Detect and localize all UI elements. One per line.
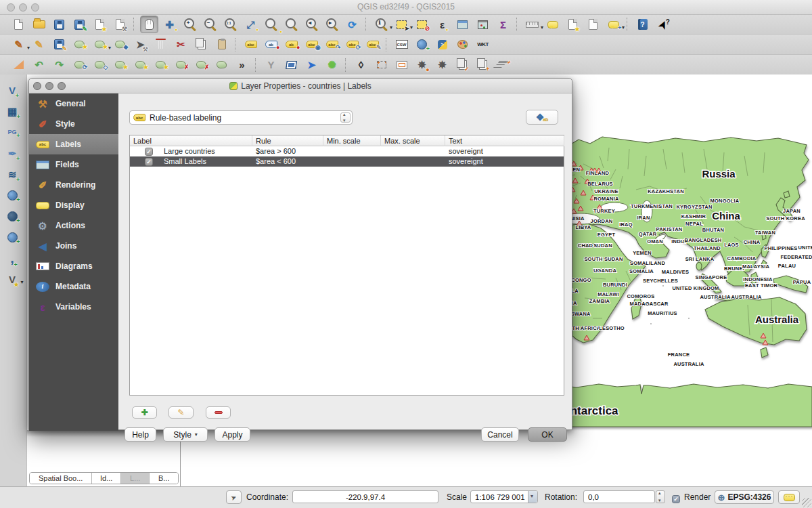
save-project-button[interactable] (50, 16, 68, 33)
zoom-in-button[interactable]: + (181, 16, 199, 33)
add-vector-layer-button[interactable]: V+ (3, 81, 22, 99)
table-row[interactable]: ✓Large countries$area > 600sovereignt (130, 146, 564, 156)
add-mssql-layer-button[interactable]: ≋+ (3, 165, 22, 183)
style-manager-button[interactable] (453, 36, 472, 54)
label-show-hide-button[interactable]: abc◉ (302, 36, 321, 54)
label-toolbar-button[interactable]: abc (242, 36, 260, 54)
resize-grip[interactable] (802, 498, 811, 507)
rotation-input[interactable]: 0,0 (583, 490, 655, 503)
add-raster-layer-button[interactable]: ▦+ (3, 102, 22, 120)
cancel-button[interactable]: Cancel (481, 427, 519, 442)
edit-rule-button[interactable]: ✎ (168, 406, 194, 419)
node-tool-button[interactable]: ➤⚒ (131, 36, 150, 54)
zoom-last-button[interactable]: ◂ (302, 16, 321, 33)
zoom-to-layer-button[interactable] (282, 16, 300, 33)
panel-tab-2[interactable]: L... (121, 473, 150, 484)
pan-map-button[interactable] (140, 16, 158, 33)
style-doc-check-button[interactable]: ✓ (453, 56, 472, 74)
automated-placement-button[interactable]: ❖ ab (526, 110, 558, 125)
style-menu-button[interactable]: Style▾ (163, 427, 208, 442)
apply-button[interactable]: Apply (215, 427, 250, 442)
select-by-expression-button[interactable]: ε▪ (433, 16, 451, 33)
chevron-down-icon[interactable] (528, 491, 537, 503)
save-layer-edits-button[interactable]: ✎ (50, 36, 68, 54)
frame-tool-button[interactable] (392, 56, 411, 74)
add-delimited-text-button[interactable]: ,+ (3, 249, 22, 267)
reshape-features-button[interactable] (212, 56, 231, 74)
panel-tab-1[interactable]: Id... (92, 473, 121, 484)
new-bookmark-button[interactable]: ★ (564, 16, 582, 33)
toggle-editing-button[interactable]: ✎ (30, 36, 48, 54)
dialog-titlebar[interactable]: Layer Properties - countries | Labels (29, 79, 572, 93)
select-extent-button[interactable] (372, 56, 390, 74)
field-calculator-button[interactable] (474, 16, 492, 33)
show-bookmarks-button[interactable] (584, 16, 602, 33)
open-project-button[interactable] (30, 16, 48, 33)
web-service-add-button[interactable]: + (413, 36, 431, 54)
sidebar-item-fields[interactable]: Fields (29, 154, 118, 175)
column-header-label[interactable]: Label (130, 135, 252, 146)
processing-sparkle-button[interactable]: ✺ (323, 56, 341, 74)
add-spatialite-layer-button[interactable]: ✒+ (3, 144, 22, 162)
current-edits-button[interactable]: ✎▾ (9, 36, 28, 54)
whats-this-button[interactable]: ➤? (654, 16, 672, 33)
sidebar-item-diagrams[interactable]: Diagrams (29, 256, 118, 276)
move-feature-button[interactable]: ◆ (111, 36, 129, 54)
sidebar-item-style[interactable]: ✐Style (29, 114, 118, 134)
add-rule-button[interactable]: ✚ (132, 406, 157, 419)
sidebar-item-general[interactable]: ⚒General (29, 93, 118, 114)
wand-create-button[interactable]: ✵ (433, 56, 451, 74)
split-features-button[interactable]: Y (262, 56, 280, 74)
identify-features-button[interactable]: ℹ▾ (372, 16, 390, 33)
zoom-out-button[interactable]: − (201, 16, 219, 33)
help-contents-button[interactable]: ? (633, 16, 652, 33)
sidebar-item-variables[interactable]: εVariables (29, 297, 118, 317)
deselect-features-button[interactable]: ⊘ (413, 16, 431, 33)
label-move-button[interactable]: abc↷ (323, 36, 341, 54)
label-pin-unpin-button[interactable]: ab● (262, 36, 280, 54)
cad-tools-button[interactable] (9, 56, 28, 74)
sidebar-item-actions[interactable]: ⚙Actions (29, 215, 118, 236)
map-tips-button[interactable] (543, 16, 562, 33)
ok-button[interactable]: OK (528, 427, 567, 442)
layers-add-button[interactable]: + (494, 56, 512, 74)
refresh-button[interactable]: ⟳ (343, 16, 361, 33)
column-header-text[interactable]: Text (445, 135, 564, 146)
column-header-max-scale[interactable]: Max. scale (381, 135, 445, 146)
zoom-native-button[interactable]: 1:1 (221, 16, 240, 33)
sidebar-item-rendering[interactable]: ✐Rendering (29, 175, 118, 195)
copy-features-button[interactable] (192, 36, 210, 54)
label-properties-button[interactable]: abc✎ (363, 36, 382, 54)
add-wms-layer-button[interactable]: + (3, 186, 22, 204)
rule-table[interactable]: LabelRuleMin. scaleMax. scaleText ✓Large… (129, 135, 564, 396)
sidebar-item-display[interactable]: Display (29, 195, 118, 215)
zoom-next-button[interactable]: ▸ (323, 16, 341, 33)
remove-rule-button[interactable] (206, 406, 231, 419)
column-header-min-scale[interactable]: Min. scale (323, 135, 381, 146)
sidebar-item-metadata[interactable]: Metadata (29, 276, 118, 297)
zoom-full-button[interactable]: ⤢▪ (242, 16, 260, 33)
cut-features-button[interactable]: ✂ (172, 36, 190, 54)
python-console-button[interactable]: > (433, 36, 451, 54)
sidebar-item-joins[interactable]: ◀Joins (29, 236, 118, 256)
plugin-rocket-button[interactable]: ➤ (302, 56, 321, 74)
paste-features-button[interactable] (212, 36, 231, 54)
undo-button[interactable]: ↶ (30, 56, 48, 74)
label-pin-button[interactable]: ab● (282, 36, 300, 54)
add-wfs-layer-button[interactable]: + (3, 228, 22, 246)
toolbar-overflow-button[interactable]: » (233, 56, 251, 74)
rotation-stepper[interactable] (656, 490, 665, 503)
label-rotate-button[interactable]: abc⟳ (343, 36, 361, 54)
column-header-rule[interactable]: Rule (252, 135, 323, 146)
new-project-button[interactable] (9, 16, 28, 33)
delete-ring-button[interactable]: ✗ (172, 56, 190, 74)
panel-tab-0[interactable]: Spatial Boo... (30, 473, 92, 484)
zoom-to-selection-button[interactable]: ▪ (262, 16, 280, 33)
curve-digitize-button[interactable]: ★▾ (91, 36, 109, 54)
panel-tab-3[interactable]: B... (150, 473, 178, 484)
help-button[interactable]: Help (125, 427, 156, 442)
statistics-button[interactable]: Σ (494, 16, 512, 33)
rotate-feature-button[interactable]: ⟳ (70, 56, 89, 74)
window-titlebar[interactable]: QGIS ed32f49 - QGIS2015 (0, 0, 812, 15)
delete-part-button[interactable]: ✗ (192, 56, 210, 74)
